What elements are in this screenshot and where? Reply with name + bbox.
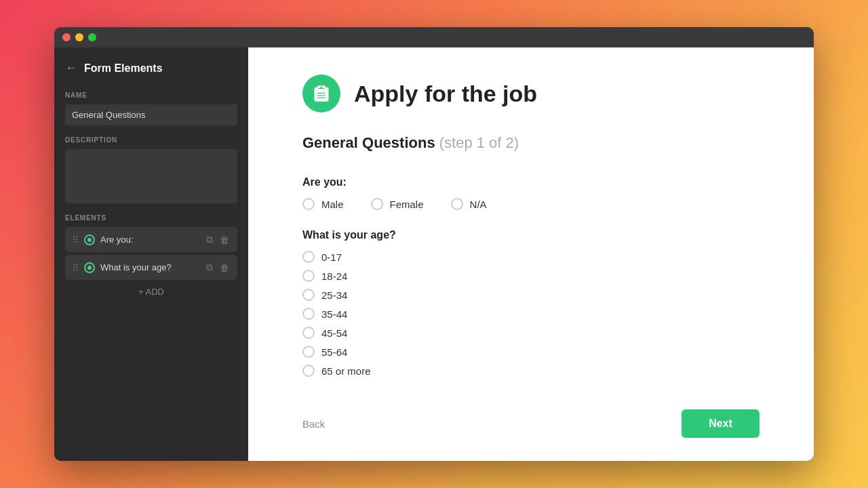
sidebar-title: Form Elements	[84, 62, 163, 75]
close-dot[interactable]	[62, 33, 71, 41]
maximize-dot[interactable]	[88, 33, 96, 41]
elements-label: ELEMENTS	[65, 214, 237, 222]
radio-circle-65-plus	[302, 365, 315, 377]
description-label: DESCRIPTION	[65, 136, 237, 144]
radio-option-18-24[interactable]: 18-24	[302, 270, 760, 282]
radio-type-icon	[84, 235, 95, 245]
radio-circle-na	[451, 198, 463, 210]
radio-text-65-plus: 65 or more	[321, 365, 371, 377]
description-textarea[interactable]	[65, 149, 237, 203]
radio-text-na: N/A	[470, 199, 487, 210]
element-label: Are you:	[100, 235, 199, 245]
question-label-age: What is your age?	[302, 229, 760, 241]
name-section: NAME	[65, 92, 237, 125]
radio-option-35-44[interactable]: 35-44	[302, 308, 760, 320]
main-panel: Apply for the job General Questions (ste…	[248, 47, 814, 461]
radio-text-male: Male	[321, 199, 344, 210]
list-item[interactable]: ⠿ Are you: ⧉ 🗑	[65, 227, 237, 252]
delete-button[interactable]: 🗑	[218, 261, 231, 274]
delete-button[interactable]: 🗑	[218, 233, 231, 247]
sidebar: ← Form Elements NAME DESCRIPTION ELEMENT…	[54, 47, 248, 461]
elements-section: ELEMENTS ⠿ Are you: ⧉ 🗑 ⠿	[65, 214, 237, 301]
radio-circle-female	[371, 198, 383, 210]
copy-button[interactable]: ⧉	[205, 260, 214, 274]
radio-text-0-17: 0-17	[321, 251, 342, 263]
next-button[interactable]: Next	[682, 409, 760, 438]
step-heading: General Questions (step 1 of 2)	[302, 134, 519, 151]
radio-circle-male	[302, 198, 315, 210]
radio-circle-0-17	[302, 251, 315, 263]
step-info: (step 1 of 2)	[439, 134, 519, 151]
radio-group-gender: Male Female N/A	[302, 198, 760, 210]
radio-text-25-34: 25-34	[321, 289, 347, 301]
radio-type-icon	[84, 262, 95, 273]
radio-circle-18-24	[302, 270, 315, 282]
elements-list: ⠿ Are you: ⧉ 🗑 ⠿	[65, 227, 237, 280]
radio-option-female[interactable]: Female	[371, 198, 424, 210]
form-title: Apply for the job	[354, 81, 537, 107]
question-are-you: Are you: Male Female N/A	[302, 176, 760, 210]
element-actions: ⧉ 🗑	[205, 260, 231, 274]
add-element-button[interactable]: + ADD	[65, 283, 237, 301]
radio-option-45-54[interactable]: 45-54	[302, 327, 760, 339]
radio-text-35-44: 35-44	[321, 308, 347, 320]
element-label: What is your age?	[100, 262, 199, 272]
footer-nav: Back Next	[302, 396, 760, 438]
radio-option-65-plus[interactable]: 65 or more	[302, 365, 760, 377]
drag-handle-icon: ⠿	[72, 262, 79, 273]
question-label-are-you: Are you:	[302, 176, 760, 188]
radio-circle-55-64	[302, 346, 315, 358]
radio-inner	[87, 238, 92, 242]
app-window: ← Form Elements NAME DESCRIPTION ELEMENT…	[54, 27, 814, 461]
radio-circle-35-44	[302, 308, 315, 320]
minimize-dot[interactable]	[75, 33, 83, 41]
content-area: ← Form Elements NAME DESCRIPTION ELEMENT…	[54, 47, 814, 461]
copy-button[interactable]: ⧉	[205, 232, 214, 247]
name-input[interactable]	[65, 104, 237, 125]
radio-text-45-54: 45-54	[321, 327, 347, 339]
radio-circle-25-34	[302, 289, 315, 301]
clipboard-icon	[312, 84, 331, 103]
radio-circle-45-54	[302, 327, 315, 339]
description-section: DESCRIPTION	[65, 136, 237, 203]
radio-text-18-24: 18-24	[321, 270, 347, 282]
radio-option-55-64[interactable]: 55-64	[302, 346, 760, 358]
radio-option-male[interactable]: Male	[302, 198, 344, 210]
radio-option-25-34[interactable]: 25-34	[302, 289, 760, 301]
radio-option-0-17[interactable]: 0-17	[302, 251, 760, 263]
radio-group-age: 0-17 18-24 25-34 35-44	[302, 251, 760, 377]
drag-handle-icon: ⠿	[72, 235, 79, 245]
sidebar-header: ← Form Elements	[65, 61, 237, 75]
radio-text-female: Female	[390, 199, 424, 210]
name-label: NAME	[65, 92, 237, 99]
radio-text-55-64: 55-64	[321, 346, 347, 358]
form-header: Apply for the job	[302, 75, 760, 113]
form-icon	[302, 75, 340, 113]
radio-inner	[87, 266, 92, 270]
titlebar	[54, 27, 814, 47]
step-heading-text: General Questions	[302, 134, 435, 151]
element-actions: ⧉ 🗑	[205, 232, 231, 247]
list-item[interactable]: ⠿ What is your age? ⧉ 🗑	[65, 255, 237, 280]
back-button[interactable]: ←	[65, 61, 77, 75]
back-button[interactable]: Back	[302, 413, 325, 435]
question-age: What is your age? 0-17 18-24 25-34	[302, 229, 760, 377]
radio-option-na[interactable]: N/A	[451, 198, 487, 210]
step-heading-row: General Questions (step 1 of 2)	[302, 134, 760, 152]
